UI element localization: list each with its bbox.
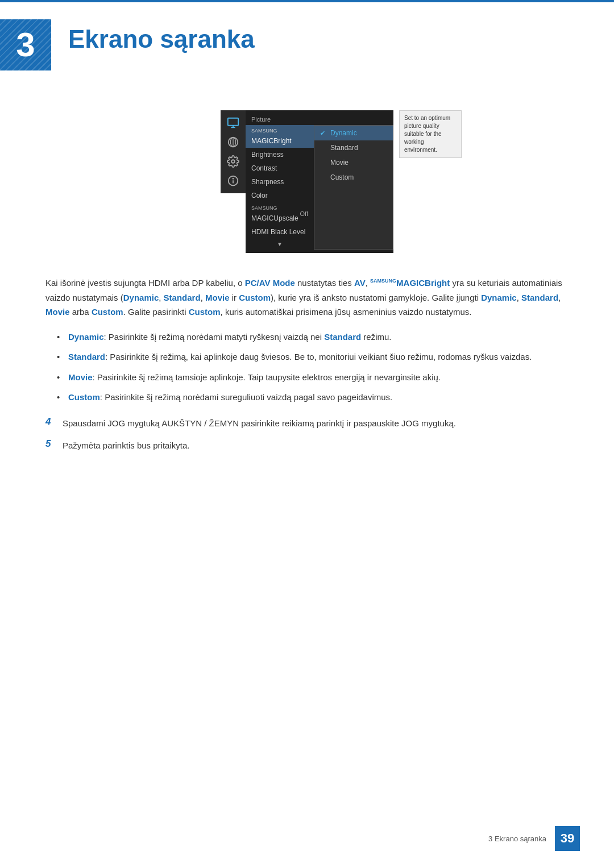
bullet-custom-label: Custom <box>68 392 100 402</box>
magic-bright-label: SAMSUNG MAGICBright <box>251 128 308 145</box>
custom-highlight-3: Custom <box>189 307 221 317</box>
submenu-movie-label: Movie <box>330 159 349 167</box>
osd-tooltip: Set to an optimum picture quality suitab… <box>399 110 462 158</box>
chapter-box: 3 <box>0 19 51 70</box>
bullet-standard-label: Standard <box>68 352 105 362</box>
page-footer: 3 Ekrano sąranka 39 <box>488 826 580 851</box>
bullet-movie-label: Movie <box>68 372 93 382</box>
color-label: Color <box>251 192 308 200</box>
info-icon <box>224 173 242 189</box>
samsung-magic-bright: SAMSUNGMAGICBright <box>370 278 450 288</box>
magic-bright-highlight: MAGICBright <box>396 278 450 288</box>
bullet-list: Dynamic: Pasirinkite šį režimą norėdami … <box>57 330 569 405</box>
submenu-standard-label: Standard <box>330 144 358 152</box>
check-mark-empty-3 <box>320 174 328 181</box>
submenu-custom-label: Custom <box>330 173 354 181</box>
osd-submenu: ✔ Dynamic Standard Movie <box>314 125 393 250</box>
magic-upscale-menu-item[interactable]: SAMSUNG MAGICUpscale Off <box>246 202 314 225</box>
bullet-custom: Custom: Pasirinkite šį režimą norėdami s… <box>57 390 569 405</box>
standard-highlight-2: Standard <box>521 293 558 302</box>
bullet-movie-text: : Pasirinkite šį režimą tamsioje aplinko… <box>93 372 441 382</box>
dynamic-highlight-2: Dynamic <box>481 293 517 302</box>
magic-bright-text: MAGICBright <box>251 137 292 145</box>
step-5: 5 Pažymėta parinktis bus pritaikyta. <box>45 438 569 453</box>
scroll-down-indicator: ▼ <box>246 239 314 250</box>
bullet-dynamic: Dynamic: Pasirinkite šį režimą norėdami … <box>57 330 569 344</box>
brightness-menu-item[interactable]: Brightness <box>246 148 314 161</box>
contrast-label: Contrast <box>251 164 308 172</box>
picture-icon <box>224 115 242 131</box>
intro-paragraph: Kai išorinė įvestis sujungta HDMI arba D… <box>45 276 569 319</box>
hdmi-black-level-label: HDMI Black Level <box>251 228 308 236</box>
network-icon <box>224 134 242 150</box>
step-4: 4 Spausdami JOG mygtuką AUKŠTYN / ŽEMYN … <box>45 416 569 431</box>
page-number: 39 <box>555 826 580 851</box>
osd-menu-header: Picture <box>246 114 393 125</box>
check-mark-icon: ✔ <box>320 130 328 137</box>
pcav-highlight: PC/AV Mode <box>245 278 295 288</box>
sharpness-label: Sharpness <box>251 178 308 186</box>
osd-menu: Picture SAMSUNG MAGICBright Brightnes <box>246 110 393 253</box>
magic-bright-menu-item[interactable]: SAMSUNG MAGICBright <box>246 125 314 148</box>
submenu-dynamic-label: Dynamic <box>330 129 357 137</box>
samsung-super2-label: SAMSUNG <box>251 205 277 211</box>
samsung-super-label: SAMSUNG <box>251 128 277 134</box>
chapter-number: 3 <box>16 28 35 62</box>
sharpness-menu-item[interactable]: Sharpness <box>246 175 314 189</box>
av-highlight: AV <box>354 278 366 288</box>
main-content: Picture SAMSUNG MAGICBright Brightnes <box>0 82 614 495</box>
step-4-text: Spausdami JOG mygtuką AUKŠTYN / ŽEMYN pa… <box>63 416 456 431</box>
submenu-standard[interactable]: Standard <box>314 140 393 155</box>
bullet-dynamic-text: : Pasirinkite šį režimą norėdami matyti … <box>104 332 392 342</box>
submenu-movie[interactable]: Movie <box>314 155 393 170</box>
chapter-title: Ekrano sąranka <box>51 19 255 53</box>
svg-point-6 <box>231 160 235 163</box>
osd-sidebar <box>221 110 246 193</box>
magic-upscale-label: SAMSUNG MAGICUpscale <box>251 205 300 222</box>
standard-ref: Standard <box>324 332 361 342</box>
check-mark-empty-1 <box>320 144 328 151</box>
check-mark-empty-2 <box>320 159 328 166</box>
svg-rect-0 <box>228 118 238 126</box>
bullet-custom-text: : Pasirinkite šį režimą norėdami suregul… <box>100 392 392 402</box>
dynamic-highlight-1: Dynamic <box>123 293 159 302</box>
samsung-super-text: SAMSUNG <box>370 278 396 284</box>
contrast-menu-item[interactable]: Contrast <box>246 161 314 175</box>
magic-upscale-value: Off <box>300 210 308 217</box>
movie-highlight-2: Movie <box>45 307 70 317</box>
hdmi-black-level-menu-item[interactable]: HDMI Black Level <box>246 225 314 239</box>
movie-highlight-1: Movie <box>205 293 230 302</box>
magic-upscale-text: MAGICUpscale <box>251 214 298 222</box>
bullet-standard: Standard: Pasirinkite šį režimą, kai apl… <box>57 350 569 364</box>
osd-screenshot: Picture SAMSUNG MAGICBright Brightnes <box>45 110 569 253</box>
page-header: 3 Ekrano sąranka <box>0 2 614 82</box>
custom-highlight-1: Custom <box>239 293 271 302</box>
osd-menu-row: SAMSUNG MAGICBright Brightness Contrast <box>246 125 393 250</box>
standard-highlight-1: Standard <box>164 293 201 302</box>
step-5-text: Pažymėta parinktis bus pritaikyta. <box>63 438 189 453</box>
bullet-movie: Movie: Pasirinkite šį režimą tamsioje ap… <box>57 370 569 385</box>
submenu-custom[interactable]: Custom <box>314 170 393 185</box>
submenu-dynamic[interactable]: ✔ Dynamic <box>314 126 393 140</box>
osd-wrapper: Picture SAMSUNG MAGICBright Brightnes <box>221 110 393 253</box>
custom-highlight-2: Custom <box>92 307 123 317</box>
step-5-number: 5 <box>45 438 63 450</box>
bullet-dynamic-label: Dynamic <box>68 332 104 342</box>
brightness-label: Brightness <box>251 151 308 159</box>
bullet-standard-text: : Pasirinkite šį režimą, kai aplinkoje d… <box>105 352 532 362</box>
step-4-number: 4 <box>45 416 63 427</box>
color-menu-item[interactable]: Color <box>246 189 314 202</box>
footer-text: 3 Ekrano sąranka <box>488 834 546 843</box>
settings-icon <box>224 153 242 169</box>
